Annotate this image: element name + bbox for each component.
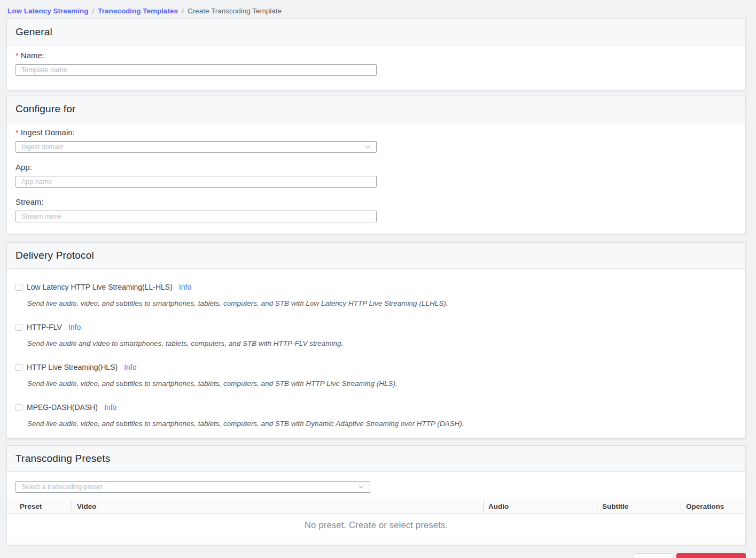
name-label: *Name: — [15, 51, 737, 60]
llhls-description: Send live audio, video, and subtitles to… — [27, 299, 737, 307]
presets-table-empty-state: No preset. Create or select presets. — [7, 514, 745, 537]
stream-label: Stream: — [15, 197, 737, 206]
protocol-mpeg-dash: MPEG-DASH(DASH) Info Send live audio, vi… — [15, 403, 737, 428]
configure-for-section-title: Configure for — [7, 96, 745, 122]
ingest-domain-label-text: Ingest Domain: — [21, 128, 75, 137]
general-section: General *Name: — [6, 19, 746, 90]
protocol-llhls: Low Latency HTTP Live Streaming(LL-HLS) … — [15, 283, 737, 307]
name-label-text: Name: — [21, 51, 44, 60]
app-label: App: — [15, 162, 737, 172]
chevron-down-icon — [358, 484, 364, 490]
llhls-info-link[interactable]: Info — [179, 283, 191, 291]
stream-name-input[interactable] — [15, 211, 377, 222]
presets-table: Preset Video Audio Subtitle Operations N… — [7, 499, 745, 537]
column-header-operations: Operations — [681, 499, 745, 513]
transcoding-presets-section: Transcoding Presets Select a transcoding… — [6, 445, 746, 545]
mpeg-dash-checkbox[interactable] — [15, 404, 22, 411]
http-flv-description: Send live audio and video to smartphones… — [27, 339, 737, 347]
transcoding-preset-select[interactable]: Select a transcoding preset — [15, 481, 370, 493]
delivery-protocol-section-title: Delivery Protocol — [7, 243, 745, 269]
hls-description: Send live audio, video, and subtitles to… — [27, 379, 737, 387]
breadcrumb-link-transcoding-templates[interactable]: Transcoding Templates — [98, 7, 178, 15]
template-name-input[interactable] — [15, 64, 377, 76]
http-flv-label: HTTP-FLV — [27, 323, 62, 331]
required-asterisk: * — [15, 128, 19, 137]
breadcrumb-separator: / — [92, 7, 95, 15]
protocol-http-flv: HTTP-FLV Info Send live audio and video … — [15, 323, 737, 347]
mpeg-dash-label: MPEG-DASH(DASH) — [27, 403, 98, 412]
breadcrumb-separator: / — [182, 7, 184, 15]
hls-label: HTTP Live Streaming(HLS) — [27, 363, 118, 371]
cancel-button[interactable]: Cancel — [634, 553, 674, 558]
mpeg-dash-info-link[interactable]: Info — [104, 403, 116, 412]
protocol-hls: HTTP Live Streaming(HLS) Info Send live … — [15, 363, 737, 387]
breadcrumb: Low Latency Streaming / Transcoding Temp… — [0, 0, 756, 19]
create-template-button[interactable]: Create Template — [676, 553, 746, 558]
transcoding-presets-section-title: Transcoding Presets — [7, 446, 745, 472]
http-flv-info-link[interactable]: Info — [68, 323, 81, 331]
column-header-audio: Audio — [483, 499, 597, 513]
general-section-title: General — [7, 19, 745, 45]
ingest-domain-placeholder: Ingest domain — [21, 143, 64, 151]
mpeg-dash-description: Send live audio, video, and subtitles to… — [27, 420, 737, 428]
required-asterisk: * — [15, 51, 19, 60]
column-header-preset: Preset — [7, 499, 72, 513]
ingest-domain-label: *Ingest Domain: — [15, 128, 737, 137]
breadcrumb-link-low-latency-streaming[interactable]: Low Latency Streaming — [7, 7, 89, 15]
hls-checkbox[interactable] — [15, 364, 22, 371]
app-name-input[interactable] — [15, 176, 377, 188]
column-header-video: Video — [72, 499, 483, 513]
configure-for-section: Configure for *Ingest Domain: Ingest dom… — [6, 96, 746, 234]
delivery-protocol-section: Delivery Protocol Low Latency HTTP Live … — [6, 242, 746, 439]
transcoding-preset-placeholder: Select a transcoding preset — [21, 483, 102, 491]
form-footer: Cancel Create Template — [0, 553, 746, 558]
presets-table-header: Preset Video Audio Subtitle Operations — [7, 499, 745, 514]
http-flv-checkbox[interactable] — [15, 324, 22, 331]
ingest-domain-select[interactable]: Ingest domain — [15, 141, 377, 153]
breadcrumb-current-page: Create Transcoding Template — [188, 7, 282, 15]
llhls-label: Low Latency HTTP Live Streaming(LL-HLS) — [27, 283, 173, 291]
llhls-checkbox[interactable] — [15, 284, 22, 291]
hls-info-link[interactable]: Info — [124, 363, 136, 371]
column-header-subtitle: Subtitle — [597, 499, 681, 513]
chevron-down-icon — [364, 144, 371, 150]
